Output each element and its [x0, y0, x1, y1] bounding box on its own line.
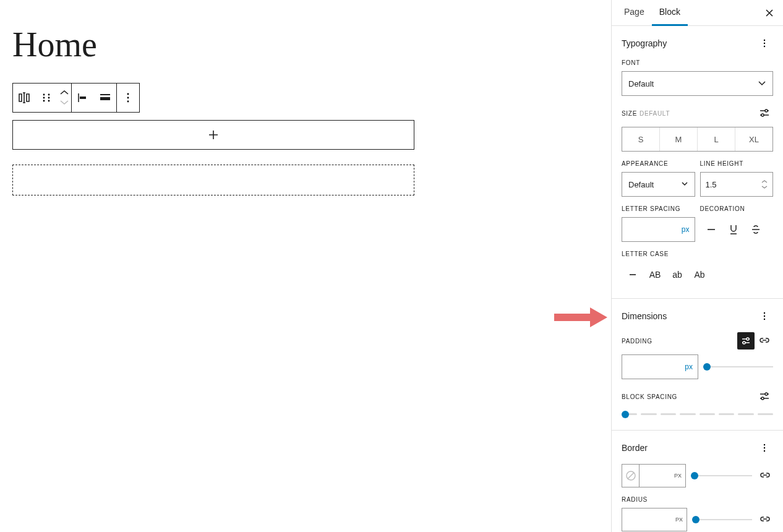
- svg-point-14: [764, 46, 765, 47]
- decoration-strike[interactable]: [745, 217, 767, 242]
- padding-input[interactable]: px: [622, 354, 698, 379]
- sidebar-tabs: Page Block: [612, 0, 783, 26]
- svg-point-21: [743, 341, 745, 344]
- svg-point-22: [765, 393, 768, 395]
- block-spacing-custom-toggle[interactable]: [756, 388, 773, 405]
- more-vertical-icon: [759, 443, 769, 453]
- close-icon: [764, 8, 774, 18]
- block-spacing-slider[interactable]: [622, 410, 773, 419]
- toolbar-group-align: [72, 84, 117, 112]
- number-stepper-icon: [761, 179, 768, 189]
- letter-spacing-input[interactable]: px: [622, 217, 695, 242]
- link-icon: [759, 514, 771, 525]
- size-custom-toggle[interactable]: [756, 105, 773, 122]
- typography-heading: Typography: [622, 38, 667, 48]
- font-select[interactable]: Default: [622, 71, 773, 96]
- typography-options-button[interactable]: [756, 35, 773, 52]
- svg-point-1: [43, 97, 45, 99]
- size-xl[interactable]: XL: [735, 127, 772, 151]
- letter-case-lower[interactable]: ab: [666, 262, 688, 287]
- no-color-icon: [625, 470, 636, 481]
- underline-icon: [729, 224, 738, 235]
- add-block-button[interactable]: [12, 120, 414, 150]
- border-width-unit: PX: [674, 473, 682, 479]
- page-title[interactable]: Home: [12, 25, 599, 64]
- border-link-toggle[interactable]: [757, 468, 773, 484]
- empty-block-placeholder[interactable]: [12, 165, 414, 195]
- line-height-input[interactable]: 1.5: [700, 172, 774, 197]
- sliders-icon: [759, 391, 770, 402]
- letter-spacing-label: LETTER SPACING: [622, 205, 695, 212]
- close-sidebar-button[interactable]: [761, 4, 778, 22]
- padding-label: PADDING: [622, 338, 652, 345]
- justify-icon[interactable]: [72, 84, 94, 112]
- svg-point-19: [764, 319, 765, 320]
- padding-link-toggle[interactable]: [756, 332, 773, 350]
- padding-custom-toggle[interactable]: [737, 332, 755, 350]
- border-options-button[interactable]: [756, 439, 773, 457]
- block-spacing-label: BLOCK SPACING: [622, 393, 677, 400]
- letter-case-capitalize[interactable]: Ab: [688, 262, 711, 287]
- radius-link-toggle[interactable]: [757, 512, 773, 528]
- appearance-value: Default: [628, 180, 654, 189]
- border-width-input[interactable]: PX: [639, 464, 686, 487]
- svg-point-20: [747, 338, 749, 340]
- svg-point-15: [765, 109, 768, 112]
- sliders-icon: [741, 336, 751, 346]
- block-toolbar: [12, 83, 140, 113]
- svg-point-13: [764, 43, 765, 44]
- appearance-select[interactable]: Default: [622, 172, 695, 197]
- line-height-label: LINE HEIGHT: [700, 160, 774, 167]
- padding-slider[interactable]: [703, 363, 773, 371]
- svg-point-0: [43, 94, 45, 96]
- letter-case-controls: AB ab Ab: [622, 262, 773, 287]
- align-icon[interactable]: [94, 84, 116, 112]
- size-s[interactable]: S: [622, 127, 659, 151]
- panel-border: Border PX RADIUS: [612, 431, 783, 532]
- panel-dimensions: Dimensions PADDING px: [612, 299, 783, 431]
- svg-point-24: [764, 444, 765, 445]
- block-type-icon[interactable]: [13, 84, 35, 112]
- border-color-swatch[interactable]: [622, 464, 639, 487]
- tab-page[interactable]: Page: [617, 0, 652, 26]
- strikethrough-icon: [751, 225, 761, 234]
- svg-point-18: [764, 315, 765, 317]
- decoration-label: DECORATION: [700, 205, 774, 212]
- size-m[interactable]: M: [659, 127, 697, 151]
- tab-block[interactable]: Block: [652, 0, 688, 26]
- svg-point-5: [48, 100, 50, 102]
- dimensions-options-button[interactable]: [756, 307, 773, 325]
- decoration-none[interactable]: [700, 217, 722, 242]
- svg-rect-8: [100, 97, 110, 100]
- move-down-icon[interactable]: [60, 98, 69, 108]
- more-vertical-icon: [759, 38, 769, 48]
- letter-spacing-unit: px: [682, 225, 690, 234]
- decoration-underline[interactable]: [722, 217, 745, 242]
- block-movers: [58, 84, 71, 112]
- svg-point-25: [764, 447, 765, 448]
- appearance-label: APPEARANCE: [622, 160, 695, 167]
- svg-point-2: [43, 100, 45, 102]
- font-value: Default: [628, 79, 654, 88]
- settings-sidebar: Page Block Typography FONT Default SIZED…: [611, 0, 783, 532]
- svg-point-11: [127, 101, 129, 103]
- border-radius-input[interactable]: PX: [622, 508, 687, 531]
- letter-case-label: LETTER CASE: [622, 251, 773, 257]
- more-options-icon[interactable]: [117, 84, 139, 112]
- minus-icon: [706, 225, 716, 234]
- border-width-slider[interactable]: [691, 472, 752, 479]
- chevron-down-icon: [681, 181, 688, 188]
- move-up-icon[interactable]: [60, 88, 69, 98]
- plus-icon: [207, 129, 220, 141]
- padding-unit: px: [685, 363, 693, 371]
- drag-handle-icon[interactable]: [35, 84, 58, 112]
- border-radius-unit: PX: [675, 517, 683, 523]
- svg-rect-6: [80, 97, 86, 99]
- radius-label: RADIUS: [622, 496, 773, 503]
- border-radius-slider[interactable]: [692, 516, 752, 523]
- letter-case-none[interactable]: [622, 262, 644, 287]
- size-l[interactable]: L: [697, 127, 735, 151]
- svg-point-3: [48, 94, 50, 96]
- svg-rect-7: [100, 94, 110, 95]
- letter-case-upper[interactable]: AB: [644, 262, 666, 287]
